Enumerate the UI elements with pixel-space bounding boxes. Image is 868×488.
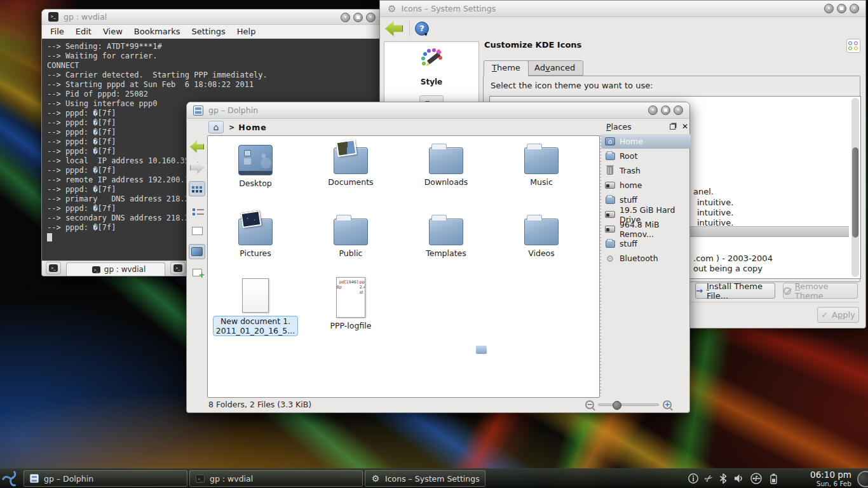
columns-view-button[interactable] (189, 223, 205, 238)
places-item[interactable]: ⚙ Bluetooth (601, 251, 691, 266)
new-tab-button[interactable]: >_ (46, 262, 61, 274)
file-icon (334, 219, 368, 245)
split-view-button[interactable] (189, 265, 205, 280)
menu-item[interactable]: Edit (70, 25, 97, 37)
close-button[interactable]: ✕ (674, 105, 683, 115)
place-label: Bluetooth (620, 254, 658, 263)
breadcrumb-separator: > (229, 123, 234, 132)
minimize-button[interactable]: ▾ (648, 105, 658, 115)
dot-icon (854, 46, 858, 50)
battery-icon[interactable] (768, 473, 778, 485)
taskbar-task[interactable]: gp – Dolphin (24, 470, 187, 487)
terminal-line: --> Starting pppd at Sun Feb 6 18:08:22 … (47, 80, 377, 90)
places-item[interactable]: home (601, 178, 691, 193)
menu-item[interactable]: Help (231, 25, 262, 37)
info-icon[interactable] (688, 473, 699, 484)
folder-view[interactable]: Desktop Documents Downloads Music (207, 135, 600, 398)
place-icon (605, 224, 615, 234)
terminal-tab[interactable]: >_ gp : wvdial (66, 262, 165, 276)
apply-button[interactable]: ✓ Apply (817, 307, 859, 323)
tab-advanced[interactable]: Advanced (526, 60, 583, 76)
panel-toolbox-icon[interactable] (857, 471, 868, 487)
sidebar-item-style[interactable]: Style (384, 42, 478, 86)
file-item[interactable]: Music (494, 142, 589, 214)
remove-theme-button[interactable]: Remove Theme (783, 283, 858, 299)
zoom-slider[interactable] (598, 403, 659, 406)
icons-view-button[interactable] (189, 181, 205, 196)
file-item[interactable]: Pictures (208, 214, 303, 277)
icons-view-icon (192, 186, 194, 189)
maximize-button[interactable]: ■ (353, 13, 363, 22)
file-item[interactable]: Videos (494, 214, 589, 277)
menu-item[interactable]: File (44, 25, 70, 37)
maximize-button[interactable]: ■ (661, 105, 670, 115)
scrollbar[interactable] (851, 98, 859, 277)
checkmark-icon: ✓ (821, 310, 828, 320)
taskbar-task[interactable]: ⚙ Icons – System Settings (365, 470, 485, 487)
file-item[interactable]: Templates (398, 214, 494, 277)
back-button[interactable] (385, 21, 403, 36)
chevron-down-icon: ▾ (424, 31, 428, 37)
place-icon (605, 166, 615, 176)
tab-theme[interactable]: Theme (484, 60, 529, 76)
file-item[interactable]: Downloads (398, 142, 494, 214)
maximize-button[interactable]: ■ (837, 4, 846, 13)
file-item[interactable]: Jan 17 09:47:18 gp-Aspire-5738 pppd[1946… (303, 277, 398, 360)
settings-titlebar[interactable]: ⚙ Icons – System Settings ▾ ■ ✕ (380, 1, 865, 17)
terminal-app-icon: >_ (48, 12, 58, 22)
place-icon (605, 210, 615, 220)
overview-icon-button[interactable] (846, 39, 860, 53)
minimize-button[interactable]: ▾ (824, 4, 834, 13)
bluetooth-icon[interactable] (719, 473, 728, 484)
place-icon (605, 151, 615, 161)
float-panel-icon[interactable] (670, 124, 675, 130)
places-item[interactable]: Trash (601, 163, 691, 178)
split-view-icon (193, 269, 202, 276)
forward-button[interactable] (189, 160, 205, 175)
desktop: { "terminal": { "title": "gp : wvdial", … (0, 0, 868, 488)
preview-button[interactable] (189, 244, 205, 259)
back-button[interactable] (189, 139, 205, 154)
taskbar-task[interactable]: >_ gp : wvdial (189, 470, 363, 487)
file-item[interactable]: Desktop (208, 142, 303, 214)
file-icon: Jan 17 09:47:18 gp-Aspire-5738 pppd[1946… (336, 277, 365, 318)
terminal-titlebar[interactable]: >_ gp : wvdial ▾ ■ ✕ (42, 10, 382, 25)
place-icon (605, 195, 615, 205)
dolphin-titlebar[interactable]: gp – Dolphin ▾ ■ ✕ (187, 102, 689, 119)
clock-date: Sun, 6 Feb (810, 480, 851, 487)
install-theme-button[interactable]: → Install Theme File... (695, 283, 775, 299)
zoom-slider-handle[interactable] (613, 401, 621, 410)
file-item[interactable]: Public (303, 214, 398, 277)
clock[interactable]: 06:10 pm Sun, 6 Feb (810, 470, 851, 487)
breadcrumb-home[interactable]: Home (238, 123, 267, 132)
file-label: Templates (426, 248, 466, 258)
places-title: Places (606, 122, 670, 132)
zoom-in-icon[interactable]: + (663, 400, 672, 409)
scrollbar-thumb[interactable] (852, 147, 858, 238)
details-view-button[interactable] (189, 202, 205, 217)
file-item[interactable]: Documents (303, 142, 398, 214)
minimize-button[interactable]: ▾ (341, 13, 350, 22)
tab-list-button[interactable]: >_ (170, 262, 186, 274)
task-label: gp – Dolphin (44, 474, 93, 484)
menu-item[interactable]: Settings (186, 25, 231, 37)
close-button[interactable]: ✕ (366, 13, 376, 22)
terminal-icon: >_ (173, 264, 182, 272)
usb-device-icon[interactable] (750, 473, 763, 484)
file-item[interactable]: New document 1.2011_01_20_16_5... (208, 277, 303, 360)
close-button[interactable]: ✕ (850, 4, 859, 13)
home-icon[interactable]: ⌂ (208, 121, 224, 133)
place-label: Trash (620, 166, 641, 175)
places-item[interactable]: 964.8 MiB Remov... (601, 222, 691, 236)
close-panel-icon[interactable]: ✕ (682, 122, 688, 131)
zoom-out-icon[interactable]: − (585, 400, 594, 409)
places-item[interactable]: Root (601, 149, 691, 163)
place-label: stuff (620, 239, 637, 248)
places-item[interactable]: ⌂ Home (601, 134, 691, 149)
volume-icon[interactable] (733, 473, 744, 484)
menu-item[interactable]: Bookmarks (128, 25, 186, 37)
menu-item[interactable]: View (97, 25, 128, 37)
app-launcher-icon[interactable] (1, 470, 20, 488)
file-label: PPP-logfile (330, 321, 372, 330)
klipper-scissors-icon[interactable]: ✂ (702, 471, 715, 485)
